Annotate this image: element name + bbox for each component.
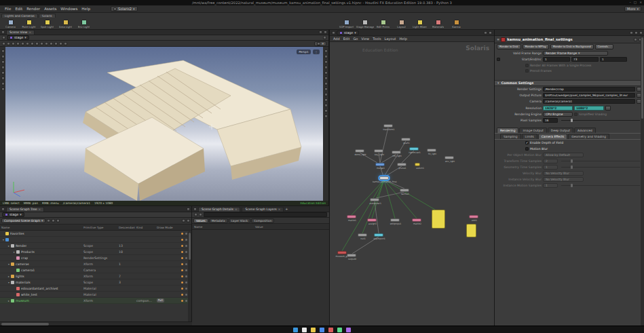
parm-tab[interactable]: Sampling <box>500 134 521 139</box>
orthographic-icon[interactable] <box>324 66 328 69</box>
column-header-drawmode[interactable]: Draw Mode <box>155 226 173 229</box>
draw-mode-button[interactable] <box>157 274 159 278</box>
network-node[interactable]: matlib2 <box>412 218 421 222</box>
shelf-tool[interactable]: Area Light <box>56 20 75 28</box>
flipbook-icon[interactable] <box>54 42 58 45</box>
tab-scene-graph-tree[interactable]: Scene Graph Tree × <box>6 207 44 212</box>
grid-icon[interactable] <box>45 42 48 45</box>
tree-path[interactable]: stage ▾ <box>2 212 24 217</box>
activation-dot-icon[interactable] <box>185 300 187 302</box>
parm-slider[interactable] <box>561 185 640 186</box>
network-menu-item[interactable]: View <box>360 37 370 41</box>
visibility-dot-icon[interactable] <box>181 269 183 271</box>
pane-menu-icon[interactable] <box>332 31 335 35</box>
scene-graph-row[interactable]: ▾ materials Scope 3 <box>0 279 191 286</box>
network-node[interactable]: museum_geo <box>337 251 347 254</box>
activation-dot-icon[interactable] <box>185 281 187 283</box>
dof-checkbox[interactable]: ✓ <box>525 141 529 144</box>
menu-item[interactable]: File <box>3 7 13 11</box>
collapse-all-icon[interactable] <box>52 219 55 222</box>
visibility-dot-icon[interactable] <box>181 251 183 253</box>
frame-selected-icon[interactable] <box>324 55 328 58</box>
network-node[interactable]: usdrender1 <box>370 198 379 201</box>
scene-graph-row[interactable]: ▸ Render Scope 13 <box>0 243 191 249</box>
handles-icon[interactable] <box>21 42 24 45</box>
pin-icon[interactable] <box>323 36 326 39</box>
draw-mode-button[interactable] <box>157 237 159 241</box>
draw-mode-button[interactable] <box>157 292 159 296</box>
view-mode-menu[interactable]: Composed Scene Graph ▾ <box>1 218 45 223</box>
app-red-icon[interactable] <box>328 328 333 332</box>
network-node[interactable]: key_light <box>374 149 383 153</box>
tab-scene-graph-layers[interactable]: Scene Graph Layers × <box>242 207 284 212</box>
handle-mode-icon[interactable] <box>1 82 5 85</box>
network-node[interactable]: edit1 <box>469 215 478 218</box>
activation-dot-icon[interactable] <box>185 251 187 253</box>
scene-graph-row[interactable]: edouardantant_archivst Material <box>0 286 191 292</box>
parm-menu[interactable]: 1 <box>543 165 558 170</box>
presets-icon[interactable] <box>634 38 637 41</box>
parm-tab[interactable]: Deep Output <box>548 128 573 133</box>
tab-scene-graph-details[interactable]: Scene Graph Details × <box>198 207 240 212</box>
pane-split-icon[interactable] <box>187 208 190 211</box>
window-control-button[interactable]: □ <box>634 1 637 4</box>
activation-dot-icon[interactable] <box>185 294 187 296</box>
scene-graph-row[interactable]: ▾ <box>0 237 191 243</box>
option-checkbox[interactable] <box>525 64 529 67</box>
parm-menu[interactable]: 2 <box>543 159 558 163</box>
column-header-kind[interactable]: Kind <box>135 226 155 229</box>
frame-range-menu[interactable]: Render Frame Range ▾ <box>543 51 608 56</box>
scene-graph-row[interactable]: camera1 Camera <box>0 267 191 273</box>
draw-mode-button[interactable] <box>157 231 159 235</box>
parm-tab[interactable]: Rendering <box>497 128 518 133</box>
output-picture-field[interactable]: $HIP/out/wedges/pixel_samples_96/pixel_s… <box>543 93 635 98</box>
shelf-tool[interactable]: Edit Prims <box>374 20 392 28</box>
parm-menu[interactable]: No Velocity Blur <box>543 177 584 182</box>
network-node[interactable]: fill_light <box>427 149 436 152</box>
activation-dot-icon[interactable] <box>185 263 187 265</box>
shading-icon[interactable] <box>31 42 34 45</box>
column-header-name[interactable]: Name <box>192 225 253 229</box>
network-menu-item[interactable]: Go <box>352 37 358 41</box>
network-node[interactable]: matlib1 <box>347 215 356 218</box>
view-mode-icon[interactable] <box>1 60 5 64</box>
shelf-tool[interactable]: Spot Light <box>38 20 56 28</box>
details-subtab[interactable]: Values <box>193 218 208 223</box>
resolution-x-field[interactable]: 1920*2 <box>543 106 573 111</box>
network-node[interactable]: switch1 <box>415 163 420 166</box>
parm-menu[interactable]: Allow by Default <box>543 153 584 157</box>
parm-tab[interactable]: Geometry and Shading <box>568 134 609 139</box>
viewport-badge[interactable]: ⋮ <box>313 50 320 54</box>
close-icon[interactable]: × <box>29 31 31 35</box>
lighting-icon[interactable] <box>40 42 43 45</box>
network-menu-item[interactable]: Layout <box>384 37 397 41</box>
filter-icon[interactable] <box>56 219 60 222</box>
column-header-type[interactable]: Primitive Type <box>82 226 117 229</box>
add-tab-icon[interactable]: + <box>285 208 288 211</box>
visibility-dot-icon[interactable] <box>181 239 183 241</box>
scene-graph-row[interactable]: ▸ museum Xform compon… Full <box>0 298 191 304</box>
more-menu-button[interactable]: More ▾ <box>624 6 641 12</box>
app-green-icon[interactable] <box>337 328 342 332</box>
draw-mode-button[interactable] <box>157 256 159 260</box>
rotate-icon[interactable] <box>12 42 15 45</box>
perspective-icon[interactable] <box>324 60 328 64</box>
pane-split-icon[interactable] <box>319 31 322 34</box>
menu-item[interactable]: Windows <box>58 7 79 11</box>
parm-tab[interactable]: Limits <box>522 134 537 139</box>
camera-lock-icon[interactable] <box>324 82 328 85</box>
network-node[interactable]: editprops1 <box>390 218 400 222</box>
option-checkbox[interactable] <box>525 69 529 73</box>
pane-maximize-icon[interactable] <box>324 31 327 34</box>
network-node[interactable] <box>466 224 476 237</box>
network-node[interactable]: karma1 <box>400 189 409 192</box>
shelf-tool[interactable]: Materials <box>429 20 447 28</box>
activation-dot-icon[interactable] <box>185 275 187 277</box>
network-node[interactable]: sopimport1 <box>374 233 383 237</box>
browser-icon[interactable] <box>320 328 324 332</box>
window-control-button[interactable]: – <box>630 1 631 4</box>
translate-icon[interactable] <box>7 42 10 45</box>
display-flag-icon[interactable] <box>324 93 328 96</box>
network-node[interactable]: dome_light <box>355 149 364 153</box>
pixel-samples-field[interactable]: 16 <box>543 118 558 123</box>
